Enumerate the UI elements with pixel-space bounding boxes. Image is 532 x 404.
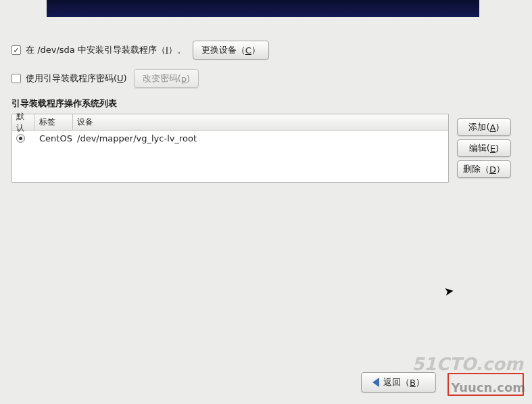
delete-button[interactable]: 删除（D） bbox=[457, 160, 511, 178]
use-password-checkbox[interactable] bbox=[11, 74, 21, 83]
default-radio[interactable] bbox=[16, 134, 25, 143]
change-password-button: 改变密码(p) bbox=[134, 69, 199, 88]
table-header: 默认 标签 设备 bbox=[12, 114, 448, 131]
row-device: /dev/mapper/vg_lyc-lv_root bbox=[77, 133, 444, 143]
col-default-header[interactable]: 默认 bbox=[12, 114, 35, 130]
install-bootloader-label: 在 /dev/sda 中安装引导装载程序（I）。 bbox=[26, 44, 186, 56]
watermark-yuucn: Yuucn.com bbox=[452, 380, 525, 395]
edit-button[interactable]: 编辑(E) bbox=[457, 139, 511, 157]
install-bootloader-checkbox[interactable] bbox=[11, 45, 21, 55]
watermark-51cto: 51CTO.com bbox=[412, 354, 523, 374]
mouse-cursor-icon: ➤ bbox=[443, 284, 455, 298]
change-device-button[interactable]: 更换设备（C） bbox=[193, 41, 269, 60]
row-label: CentOS bbox=[39, 133, 77, 143]
header-banner bbox=[47, 0, 479, 17]
use-password-label: 使用引导装载程序密码(U) bbox=[26, 72, 127, 85]
back-button[interactable]: 返回（B） bbox=[361, 372, 436, 392]
col-device-header[interactable]: 设备 bbox=[73, 114, 448, 130]
os-table: 默认 标签 设备 CentOS /dev/mapper/vg_lyc-lv_ro… bbox=[11, 114, 449, 183]
add-button[interactable]: 添加(A) bbox=[457, 118, 511, 136]
arrow-left-icon bbox=[372, 378, 379, 387]
row-default-radio-cell bbox=[16, 134, 39, 143]
col-label-header[interactable]: 标签 bbox=[35, 114, 73, 130]
table-row[interactable]: CentOS /dev/mapper/vg_lyc-lv_root bbox=[12, 131, 448, 146]
os-list-title: 引导装载程序操作系统列表 bbox=[11, 97, 449, 110]
